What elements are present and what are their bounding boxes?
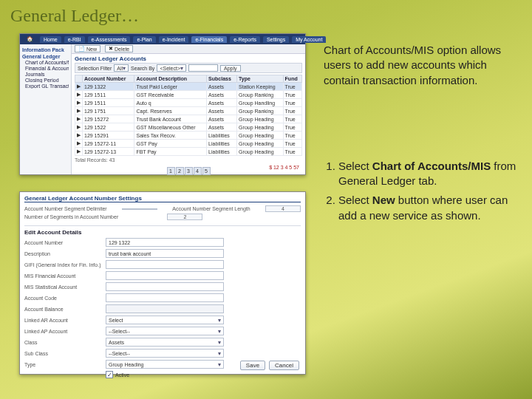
sidebar: Information Pack General Ledger Chart of… xyxy=(20,44,72,174)
grid-toolbar: 📄 New ✖ Delete xyxy=(72,44,305,54)
form-header: General Ledger Account Number Settings xyxy=(24,195,301,202)
col-header[interactable] xyxy=(75,75,83,83)
class-select[interactable]: Assets▾ xyxy=(106,338,224,347)
step-1: Select Chart of Accounts/MIS from Genera… xyxy=(338,159,517,189)
checkbox-icon: ✓ xyxy=(106,371,113,378)
table-row[interactable]: ▶129 1511Auto qAssetsGroup HandlingTrue xyxy=(75,99,302,107)
segment-row: Number of Segments in Account Number2 xyxy=(24,213,301,221)
nav-tab[interactable]: e-RBI xyxy=(64,36,85,43)
step-2: Select New button where user can add a n… xyxy=(338,193,517,223)
field-label: Linked AP Account xyxy=(24,329,106,334)
table-row[interactable]: ▶129 15272Trust Bank AccountAssetsGroup … xyxy=(75,115,302,123)
page-button[interactable]: 4 xyxy=(194,167,202,175)
chevron-down-icon: ▾ xyxy=(180,65,183,72)
table-row[interactable]: ▶129 15291Sales Tax Recov.LiabilitiesGro… xyxy=(75,132,302,140)
edit-account-form: General Ledger Account Number Settings A… xyxy=(19,191,306,375)
segment-value: 4 xyxy=(265,205,301,212)
page-button[interactable]: 2 xyxy=(176,167,184,175)
col-header[interactable]: Fund xyxy=(283,75,301,83)
accounts-grid-screenshot: 🏠 Home e-RBI e-Assessments e-Plan e-Inci… xyxy=(19,33,306,175)
nav-tab-active[interactable]: e-Financials xyxy=(191,36,227,43)
field-label: MIS Financial Account xyxy=(24,273,106,279)
pager: 1 2 3 4 5 xyxy=(75,167,302,175)
active-checkbox[interactable]: ✓Active xyxy=(106,371,129,378)
description-input[interactable]: trust bank account xyxy=(106,249,224,258)
segment-value xyxy=(122,208,157,210)
chevron-down-icon: ▾ xyxy=(218,361,221,368)
nav-tab[interactable]: Settings xyxy=(263,36,289,43)
sidebar-item[interactable]: Financial & Account Classes xyxy=(25,66,69,71)
filter-bar: Selection Filter All ▾ Search By <Select… xyxy=(75,63,302,73)
description-text: Chart of Accounts/MIS option allows user… xyxy=(324,43,517,88)
sidebar-item[interactable]: Closing Period xyxy=(25,78,69,83)
table-row[interactable]: ▶129 15272-11GST PayLiabilitiesGroup Hea… xyxy=(75,140,302,148)
steps-list: Select Chart of Accounts/MIS from Genera… xyxy=(324,159,517,223)
nav-tab[interactable]: My Account xyxy=(292,36,326,43)
nav-tab[interactable]: e-Plan xyxy=(133,36,155,43)
page-button[interactable]: 1 xyxy=(167,167,175,175)
filter-select[interactable]: All ▾ xyxy=(114,64,129,72)
chevron-down-icon: ▾ xyxy=(218,317,221,324)
field-label: Account Balance xyxy=(24,307,106,312)
nav-tab[interactable]: Home xyxy=(40,36,61,43)
sidebar-item[interactable]: Chart of Accounts/MIS xyxy=(25,60,69,65)
page-title: General Ledger… xyxy=(10,6,139,26)
type-select[interactable]: Group Heading▾ xyxy=(106,360,224,369)
edit-header: Edit Account Details xyxy=(24,225,301,236)
total-records: Total Records: 43 xyxy=(75,157,302,163)
table-row[interactable]: ▶129 1751Capt. ReservesAssetsGroup Ranki… xyxy=(75,107,302,115)
filter-label: Search By xyxy=(131,66,154,71)
sidebar-item[interactable]: Export GL Transactions xyxy=(25,83,69,89)
field-label: Account Code xyxy=(24,296,106,301)
account-number-input[interactable]: 129 1322 xyxy=(106,238,224,247)
linked-ar-select[interactable]: Select▾ xyxy=(106,316,224,324)
mis-fin-input[interactable] xyxy=(106,271,224,280)
search-input[interactable] xyxy=(188,64,218,72)
sidebar-heading: General Ledger xyxy=(22,54,69,59)
gifi-input[interactable] xyxy=(106,260,224,269)
save-button[interactable]: Save xyxy=(240,361,265,370)
table-row[interactable]: ▶129 1511GST ReceivableAssetsGroup Ranki… xyxy=(75,91,302,99)
new-button[interactable]: 📄 New xyxy=(75,45,100,52)
page-button[interactable]: 5 xyxy=(202,167,211,175)
field-label: Type xyxy=(24,362,106,367)
apply-filter-button[interactable]: Apply xyxy=(220,65,241,72)
sidebar-item[interactable]: Journals xyxy=(25,72,69,77)
field-label: Linked AR Account xyxy=(24,318,106,323)
delete-button[interactable]: ✖ Delete xyxy=(105,45,133,52)
segment-row: Account Number Segment Delimiter Account… xyxy=(24,205,301,213)
table-row[interactable]: ▶129 1322Trust Paid LedgerAssetsStation … xyxy=(75,83,302,91)
nav-tab[interactable]: e-Reports xyxy=(230,36,260,43)
table-row[interactable]: ▶129 15272-13FBT PayLiabilitiesGroup Hea… xyxy=(75,148,302,156)
col-header[interactable]: Account Description xyxy=(134,75,207,83)
col-header[interactable]: Account Number xyxy=(83,75,134,83)
account-code-input[interactable] xyxy=(106,293,224,302)
col-header[interactable]: Subclass xyxy=(207,75,237,83)
mis-stat-input[interactable] xyxy=(106,282,224,291)
subclass-select[interactable]: --Select--▾ xyxy=(106,349,224,358)
app-nav-bar: 🏠 Home e-RBI e-Assessments e-Plan e-Inci… xyxy=(20,34,305,44)
col-header[interactable]: Type xyxy=(237,75,283,83)
field-label: GIFI (General Index for Fin. Info.) xyxy=(24,262,106,267)
chevron-down-icon: ▾ xyxy=(218,350,221,357)
filter-select[interactable]: <Select> ▾ xyxy=(157,64,186,72)
field-label: Sub Class xyxy=(24,351,106,356)
grid-title: General Ledger Accounts xyxy=(75,55,302,62)
cancel-button[interactable]: Cancel xyxy=(269,361,299,370)
account-balance-display xyxy=(106,304,224,313)
field-label: Class xyxy=(24,340,106,345)
nav-tab[interactable]: e-Assessments xyxy=(88,36,131,43)
linked-ap-select[interactable]: --Select--▾ xyxy=(106,327,224,335)
field-label: Description xyxy=(24,251,106,256)
field-label: MIS Statistical Account xyxy=(24,284,106,290)
chevron-down-icon: ▾ xyxy=(123,65,126,72)
chevron-down-icon: ▾ xyxy=(218,339,221,346)
page-button[interactable]: 3 xyxy=(185,167,193,175)
table-row[interactable]: ▶129 1522GST Miscellaneous OtherAssetsGr… xyxy=(75,123,302,132)
nav-home-icon[interactable]: 🏠 xyxy=(23,35,37,43)
filter-label: Selection Filter xyxy=(78,66,112,71)
grid-total: $ 12 3 4 5 57 xyxy=(269,165,299,170)
accounts-table: Account Number Account Description Subcl… xyxy=(75,75,302,156)
nav-tab[interactable]: e-Incident xyxy=(159,36,189,43)
description-column: Chart of Accounts/MIS option allows user… xyxy=(324,43,517,228)
